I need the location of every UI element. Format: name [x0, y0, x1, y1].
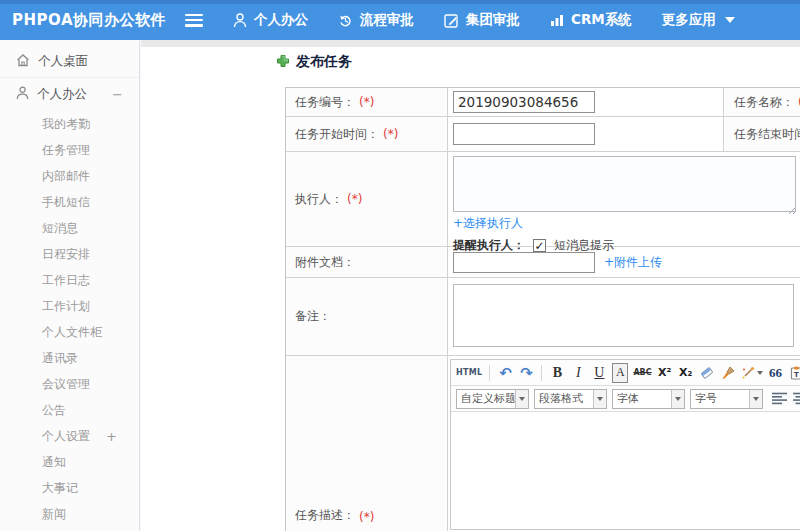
sidebar-item-work-plan[interactable]: 工作计划 [0, 293, 139, 319]
redo-icon[interactable]: ↷ [518, 363, 534, 383]
custom-heading-select[interactable]: 自定义标题 [456, 389, 529, 409]
nav-more-apps[interactable]: 更多应用 [662, 11, 735, 29]
executor-textarea[interactable] [453, 156, 796, 212]
collapse-minus-icon[interactable]: − [112, 87, 123, 102]
nav-crm-system[interactable]: CRM系统 [550, 11, 632, 29]
sidebar: 个人桌面 个人办公 − 我的考勤 任务管理 内部邮件 手机短信 短消息 日程安排… [0, 40, 140, 531]
caret-down-icon [749, 390, 762, 408]
nav-process-approval[interactable]: 流程审批 [338, 11, 414, 29]
executor-label: 执行人：(*) [286, 152, 448, 246]
row-remark: 备注： [286, 277, 800, 355]
sidebar-item-news[interactable]: 新闻 [0, 501, 139, 527]
sidebar-item-desktop[interactable]: 个人桌面 [0, 45, 139, 78]
task-name-label: 任务名称：(*) [724, 88, 800, 116]
align-left-icon[interactable] [772, 392, 787, 405]
eraser-icon[interactable] [699, 363, 715, 383]
remark-textarea[interactable] [453, 284, 794, 347]
sidebar-group-personal-office[interactable]: 个人办公 − [0, 78, 139, 111]
sidebar-item-task-management[interactable]: 任务管理 [0, 137, 139, 163]
task-form: 任务编号：(*) 任务名称：(*) 任务开始时间：(*) 任务结束时间： [285, 87, 800, 531]
app-window: PHPOA协同办公软件 个人办公 流程审批 集团审批 [0, 0, 800, 531]
sidebar-item-sms[interactable]: 手机短信 [0, 189, 139, 215]
attachment-input[interactable] [453, 252, 595, 273]
top-nav: 个人办公 流程审批 集团审批 CRM系统 [185, 0, 735, 40]
format-brush-icon[interactable] [720, 363, 736, 383]
choose-executor-link[interactable]: +选择执行人 [453, 216, 523, 230]
nav-personal-office[interactable]: 个人办公 [233, 11, 308, 29]
end-time-label: 任务结束时间：(*) [724, 117, 800, 151]
row-attachment: 附件文档： +附件上传 [286, 246, 800, 277]
row-start-time: 任务开始时间：(*) 任务结束时间：(*) [286, 116, 800, 151]
task-number-input[interactable] [453, 91, 595, 113]
content-top-strip [141, 40, 800, 47]
blockquote-button[interactable]: 66 [768, 363, 784, 383]
caret-down-icon [515, 390, 528, 408]
subscript-button[interactable]: X₂ [678, 363, 694, 383]
caret-down-icon [671, 390, 684, 408]
edit-icon [444, 13, 459, 28]
sidebar-item-internal-mail[interactable]: 内部邮件 [0, 163, 139, 189]
sidebar-item-work-log[interactable]: 工作日志 [0, 267, 139, 293]
underline-button[interactable]: U [591, 363, 607, 383]
sidebar-item-file-cabinet[interactable]: 个人文件柜 [0, 319, 139, 345]
caret-down-icon [725, 17, 735, 23]
nav-group-approval[interactable]: 集团审批 [444, 11, 520, 29]
sidebar-item-short-message[interactable]: 短消息 [0, 215, 139, 241]
task-number-label: 任务编号：(*) [286, 88, 448, 116]
app-logo: PHPOA协同办公软件 [12, 0, 166, 40]
html-source-button[interactable]: HTML [456, 363, 482, 383]
start-time-input[interactable] [453, 123, 595, 145]
sidebar-item-memorabilia[interactable]: 大事记 [0, 475, 139, 501]
editor-toolbar-row1: HTML ↶ ↷ B I U A ABC X² X₂ [451, 360, 800, 386]
page-title: 发布任务 [276, 53, 352, 71]
svg-text:T: T [794, 371, 799, 379]
expand-plus-icon[interactable]: + [106, 429, 117, 444]
remark-label: 备注： [286, 278, 448, 355]
process-history-icon [338, 13, 353, 28]
attachment-label: 附件文档： [286, 247, 448, 277]
caret-down-icon [593, 390, 606, 408]
align-center-icon[interactable] [793, 392, 800, 405]
auto-format-wand-icon[interactable] [741, 363, 763, 383]
rich-text-editor: HTML ↶ ↷ B I U A ABC X² X₂ [450, 359, 800, 530]
sidebar-item-schedule[interactable]: 日程安排 [0, 241, 139, 267]
caret-down-icon [757, 371, 763, 375]
sidebar-item-notice[interactable]: 通知 [0, 449, 139, 475]
sidebar-item-contacts[interactable]: 通讯录 [0, 345, 139, 371]
person-icon [16, 86, 29, 103]
top-header: PHPOA协同办公软件 个人办公 流程审批 集团审批 [0, 0, 800, 40]
hamburger-menu-icon[interactable] [185, 14, 203, 27]
row-executor: 执行人：(*) +选择执行人 提醒执行人： ✓ 短消息提示 [286, 151, 800, 246]
paste-text-icon[interactable]: T [789, 363, 800, 383]
paragraph-format-select[interactable]: 段落格式 [534, 389, 607, 409]
bold-button[interactable]: B [549, 363, 565, 383]
sidebar-item-meeting[interactable]: 会议管理 [0, 371, 139, 397]
undo-icon[interactable]: ↶ [497, 363, 513, 383]
main-content: 发布任务 任务编号：(*) 任务名称：(*) 任务开始时间：(*) [141, 40, 800, 531]
editor-toolbar-row2: 自定义标题 段落格式 字体 [451, 386, 800, 412]
row-description: 任务描述：(*) HTML ↶ ↷ B I U [286, 355, 800, 531]
row-task-number: 任务编号：(*) 任务名称：(*) [286, 88, 800, 116]
editor-content-area[interactable] [451, 412, 800, 529]
sidebar-item-announcement[interactable]: 公告 [0, 397, 139, 423]
description-label: 任务描述：(*) [286, 356, 448, 531]
bar-chart-icon [550, 13, 564, 27]
start-time-label: 任务开始时间：(*) [286, 117, 448, 151]
attachment-upload-link[interactable]: +附件上传 [604, 254, 662, 271]
char-border-button[interactable]: A [612, 363, 628, 383]
person-icon [233, 13, 247, 28]
superscript-button[interactable]: X² [657, 363, 673, 383]
font-family-select[interactable]: 字体 [612, 389, 685, 409]
sidebar-item-personal-settings[interactable]: 个人设置 + [0, 423, 139, 449]
sidebar-item-attendance[interactable]: 我的考勤 [0, 111, 139, 137]
font-size-select[interactable]: 字号 [690, 389, 763, 409]
italic-button[interactable]: I [570, 363, 586, 383]
add-task-icon [276, 54, 290, 71]
strikethrough-button[interactable]: ABC [633, 363, 651, 383]
home-icon [16, 53, 30, 70]
